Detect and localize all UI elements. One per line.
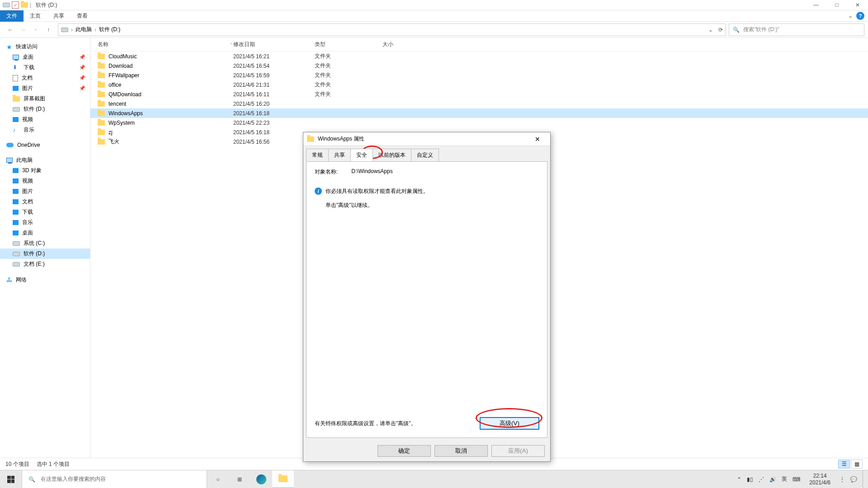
sidebar-item-pc[interactable]: 下载 [0, 207, 90, 217]
breadcrumb-drive[interactable]: 软件 (D:) [99, 26, 120, 33]
taskbar-explorer[interactable] [272, 470, 294, 488]
sidebar-onedrive[interactable]: OneDrive [0, 141, 90, 150]
tab-general[interactable]: 常规 [306, 149, 329, 161]
sidebar-item-pc[interactable]: 文档 (E:) [0, 259, 90, 269]
close-button[interactable]: ✕ [847, 0, 868, 10]
sidebar-item-quick[interactable]: 屏幕截图 [0, 94, 90, 104]
address-dropdown-icon[interactable]: ⌄ [708, 27, 713, 33]
volume-icon[interactable]: 🔊 [769, 476, 776, 483]
show-desktop[interactable] [863, 470, 865, 488]
navigation-bar: ← → ⌄ ↑ › 此电脑 › 软件 (D:) ⌄ ⟳ 🔍 搜索"软件 (D:)… [0, 22, 868, 38]
library-icon [13, 220, 19, 225]
tab-previous-versions[interactable]: 以前的版本 [373, 149, 411, 161]
sidebar-item-quick[interactable]: 软件 (D:) [0, 104, 90, 114]
sidebar-item-quick[interactable]: ♪音乐 [0, 125, 90, 135]
sidebar-item-pc[interactable]: 图片 [0, 186, 90, 197]
sidebar-network[interactable]: 🖧网络 [0, 275, 90, 285]
pc-icon [6, 158, 13, 163]
notifications-icon[interactable]: 💬 [850, 476, 857, 483]
folder-icon [98, 54, 105, 59]
sidebar-item-pc[interactable]: 3D 对象 [0, 165, 90, 176]
sidebar-item-quick[interactable]: 桌面📌 [0, 52, 90, 62]
pictures-icon [13, 86, 19, 91]
view-details-button[interactable]: ☰ [838, 460, 850, 469]
start-button[interactable] [0, 470, 22, 488]
folder-icon [98, 111, 105, 116]
tray-expand-icon[interactable]: ⌃ [737, 476, 741, 483]
folder-icon [98, 73, 105, 78]
ime-icon[interactable]: ⌨ [793, 476, 800, 483]
system-tray: ⌃ ▮▯ ⋰ 🔊 英 ⌨ 22:14 2021/4/6 ⋮ 💬 [737, 470, 868, 488]
ribbon-expand-icon[interactable]: ⌄ [848, 13, 853, 19]
address-bar[interactable]: › 此电脑 › 软件 (D:) ⌄ ⟳ [58, 23, 726, 36]
apply-button[interactable]: 应用(A) [491, 445, 545, 457]
download-icon: ⬇ [13, 64, 20, 71]
cancel-button[interactable]: 取消 [434, 445, 488, 457]
sidebar-quick-access[interactable]: ★快速访问 [0, 42, 90, 52]
wifi-icon[interactable]: ⋰ [759, 476, 764, 483]
taskbar-taskview[interactable]: ⊞ [229, 470, 250, 488]
nav-back-button[interactable]: ← [6, 27, 14, 33]
table-row[interactable]: office2021/4/6 21:31文件夹 [90, 80, 868, 89]
column-name[interactable]: 名称⌃ [98, 41, 233, 48]
tray-app-icon[interactable]: ⋮ [840, 476, 845, 483]
taskbar-clock[interactable]: 22:14 2021/4/6 [806, 473, 834, 486]
refresh-icon[interactable]: ⟳ [718, 27, 723, 33]
battery-icon[interactable]: ▮▯ [747, 476, 753, 483]
tab-customize[interactable]: 自定义 [411, 149, 439, 161]
table-row[interactable]: tencent2021/4/5 16:20 [90, 99, 868, 108]
advanced-button[interactable]: 高级(V) [480, 418, 539, 429]
column-type[interactable]: 类型 [315, 41, 382, 48]
column-date[interactable]: 修改日期 [233, 41, 315, 48]
sidebar-item-quick[interactable]: 视频 [0, 114, 90, 125]
ribbon-tab-home[interactable]: 主页 [24, 10, 47, 22]
sidebar-item-quick[interactable]: ⬇下载📌 [0, 62, 90, 73]
column-size[interactable]: 大小 [382, 41, 437, 48]
tab-sharing[interactable]: 共享 [328, 149, 351, 161]
taskbar-search[interactable]: 🔍 在这里输入你要搜索的内容 [22, 470, 207, 488]
qat-folder-icon[interactable] [21, 1, 28, 9]
qat-checkbox-icon[interactable]: ✓ [12, 1, 19, 9]
sidebar-item-pc[interactable]: 桌面 [0, 228, 90, 238]
table-row[interactable]: WpSystem2021/4/5 22:23 [90, 118, 868, 127]
nav-history-dropdown[interactable]: ⌄ [32, 27, 40, 33]
ribbon-tab-view[interactable]: 查看 [71, 10, 94, 22]
table-row[interactable]: FFWallpaper2021/4/5 16:59文件夹 [90, 70, 868, 80]
tab-security[interactable]: 安全 [350, 149, 373, 161]
sidebar-item-quick[interactable]: 图片📌 [0, 83, 90, 94]
ok-button[interactable]: 确定 [377, 445, 431, 457]
sidebar-item-pc[interactable]: 软件 (D:) [0, 249, 90, 259]
sidebar-item-pc[interactable]: 系统 (C:) [0, 238, 90, 249]
table-row[interactable]: CloudMusic2021/4/5 16:21文件夹 [90, 52, 868, 61]
ribbon-tab-share[interactable]: 共享 [47, 10, 71, 22]
object-name-label: 对象名称: [315, 168, 338, 176]
taskbar-edge[interactable] [250, 470, 272, 488]
dialog-titlebar[interactable]: WindowsApps 属性 ✕ [303, 132, 550, 146]
help-icon[interactable]: ? [856, 12, 864, 20]
folder-icon [98, 101, 105, 107]
table-row[interactable]: WindowsApps2021/4/5 16:18 [90, 108, 868, 118]
dialog-close-button[interactable]: ✕ [528, 136, 547, 143]
view-icons-button[interactable]: ▦ [851, 460, 863, 469]
minimize-button[interactable]: — [806, 0, 826, 10]
folder-icon [98, 63, 105, 69]
search-input[interactable]: 🔍 搜索"软件 (D:)" [729, 23, 864, 36]
taskbar-cortana[interactable]: ○ [207, 470, 229, 488]
sidebar-item-pc[interactable]: 视频 [0, 176, 90, 186]
sidebar-item-pc[interactable]: 文档 [0, 197, 90, 207]
sidebar-item-pc[interactable]: 音乐 [0, 217, 90, 228]
sidebar-item-quick[interactable]: 文档📌 [0, 73, 90, 83]
ime-indicator[interactable]: 英 [782, 475, 787, 483]
table-row[interactable]: Download2021/4/5 16:54文件夹 [90, 61, 868, 70]
nav-forward-button[interactable]: → [19, 27, 27, 33]
nav-up-button[interactable]: ↑ [44, 27, 52, 33]
table-row[interactable]: QMDownload2021/4/5 16:11文件夹 [90, 89, 868, 99]
breadcrumb-thispc[interactable]: 此电脑 [75, 26, 92, 33]
folder-icon [98, 82, 105, 88]
maximize-button[interactable]: □ [826, 0, 847, 10]
folder-icon [98, 120, 105, 126]
sidebar-this-pc[interactable]: 此电脑 [0, 155, 90, 165]
ribbon-tab-file[interactable]: 文件 [0, 10, 24, 22]
continue-message: 单击"高级"以继续。 [315, 202, 539, 209]
window-titlebar: ✓ | 软件 (D:) — □ ✕ [0, 0, 868, 10]
